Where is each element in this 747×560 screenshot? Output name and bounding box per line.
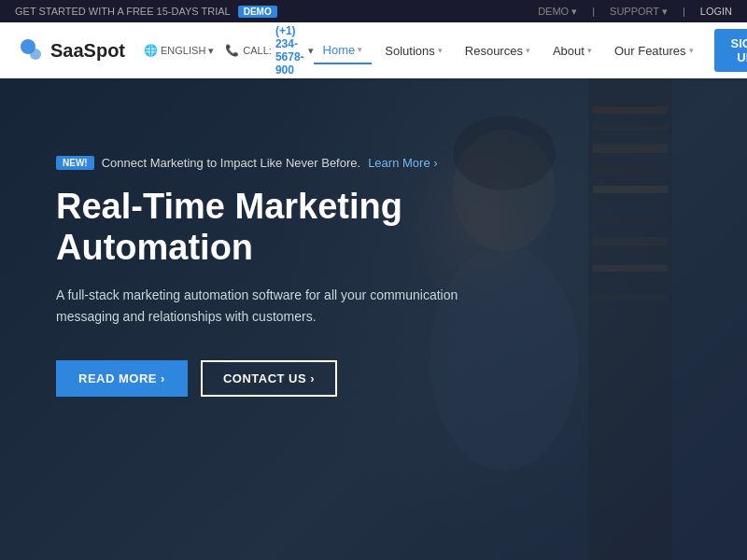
nav-item-home[interactable]: Home▾ [314,37,373,64]
login-link[interactable]: LOGIN [700,6,732,17]
hero-content: NEW! Connect Marketing to Impact Like Ne… [0,78,747,434]
hero-subtitle: A full-stack marketing automation softwa… [56,285,504,327]
demo-link[interactable]: DEMO ▾ [538,6,577,18]
top-bar-left: GET STARTED WITH A FREE 15-DAYS TRIAL DE… [15,6,277,18]
signup-button[interactable]: SIGN UP [714,29,748,72]
svg-point-1 [30,49,41,60]
trial-text: GET STARTED WITH A FREE 15-DAYS TRIAL [15,6,231,17]
top-bar: GET STARTED WITH A FREE 15-DAYS TRIAL DE… [0,0,747,22]
phone-icon: 📞 [225,44,239,57]
nav-item-features[interactable]: Our Features▾ [605,38,703,63]
hero-title: Real-Time Marketing Automation [56,187,598,268]
hero-buttons: READ MORE › CONTACT US › [56,360,691,397]
divider: | [592,6,595,17]
logo-text: SaaSpot [50,40,125,62]
badge-text: Connect Marketing to Impact Like Never B… [102,156,360,170]
nav-item-solutions[interactable]: Solutions▾ [375,38,451,63]
divider2: | [683,6,685,17]
lang-label: ENGLISH [161,45,205,56]
new-tag: NEW! [56,156,94,170]
nav-item-resources[interactable]: Resources▾ [456,38,540,63]
contact-us-button[interactable]: CONTACT US › [201,360,337,397]
lang-chevron: ▾ [208,45,214,57]
nav-item-about[interactable]: About▾ [543,38,601,63]
support-link[interactable]: SUPPORT ▾ [610,6,668,18]
read-more-button[interactable]: READ MORE › [56,360,188,397]
learn-more-link[interactable]: Learn More › [368,156,437,170]
logo-icon [19,37,45,63]
call-number[interactable]: (+1) 234-5678-900 [275,24,304,77]
top-bar-right: DEMO ▾ | SUPPORT ▾ | LOGIN [538,6,732,18]
hero-section: NEW! Connect Marketing to Impact Like Ne… [0,78,747,560]
call-info: 📞 CALL: (+1) 234-5678-900 ▾ [225,24,313,77]
language-selector[interactable]: 🌐 ENGLISH ▾ [144,44,214,57]
call-label: CALL: [243,45,272,56]
navbar: SaaSpot 🌐 ENGLISH ▾ 📞 CALL: (+1) 234-567… [0,22,747,78]
nav-links: Home▾ Solutions▾ Resources▾ About▾ Our F… [314,29,747,72]
hero-badge: NEW! Connect Marketing to Impact Like Ne… [56,156,438,170]
demo-badge[interactable]: DEMO [238,6,277,18]
logo[interactable]: SaaSpot [19,37,125,63]
nav-left-info: 🌐 ENGLISH ▾ 📞 CALL: (+1) 234-5678-900 ▾ [144,24,314,77]
globe-icon: 🌐 [144,44,158,57]
